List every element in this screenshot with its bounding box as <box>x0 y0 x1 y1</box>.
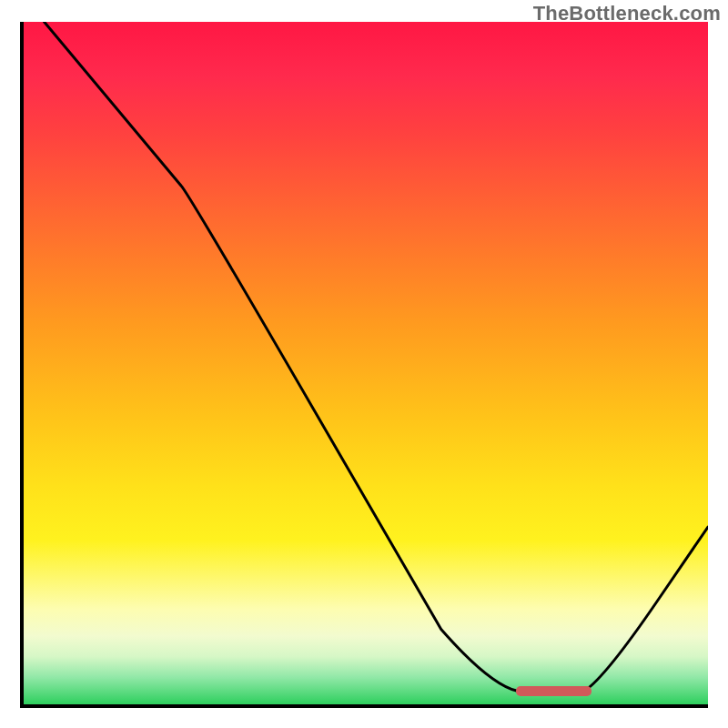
plot-area <box>20 22 708 708</box>
optimal-marker <box>516 686 592 696</box>
chart-frame: TheBottleneck.com <box>0 0 728 728</box>
watermark-text: TheBottleneck.com <box>533 2 721 25</box>
bottleneck-curve-path <box>45 22 708 691</box>
curve-svg <box>24 22 708 704</box>
